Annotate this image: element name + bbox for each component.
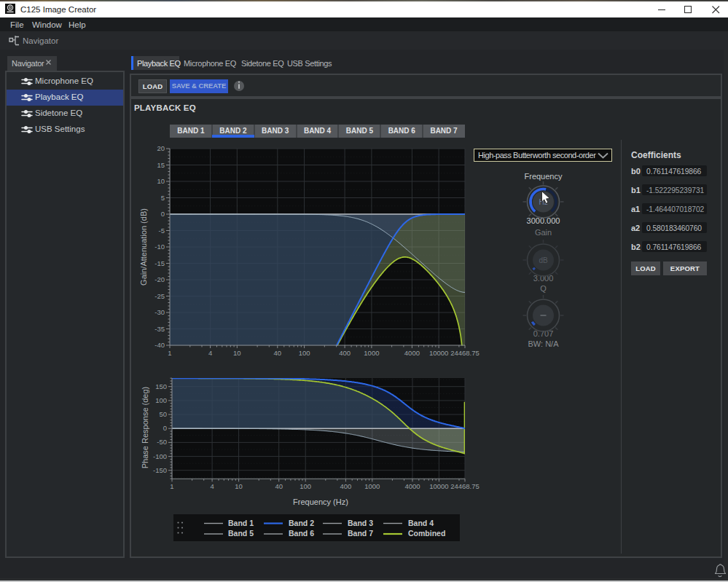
svg-text:-100: -100 <box>153 452 167 460</box>
svg-text:0: 0 <box>163 424 167 432</box>
svg-text:24468.75: 24468.75 <box>450 482 480 490</box>
svg-text:0: 0 <box>161 210 165 218</box>
svg-text:4000: 4000 <box>404 349 420 357</box>
svg-text:24468.75: 24468.75 <box>450 349 480 357</box>
svg-text:10: 10 <box>233 349 241 357</box>
svg-text:4: 4 <box>208 349 212 357</box>
svg-text:400: 400 <box>339 349 351 357</box>
svg-text:10: 10 <box>235 482 243 490</box>
svg-text:100: 100 <box>299 349 310 357</box>
svg-text:-50: -50 <box>157 438 167 446</box>
svg-text:1: 1 <box>170 482 173 490</box>
svg-text:10: 10 <box>157 177 165 185</box>
svg-text:-30: -30 <box>154 308 165 316</box>
svg-text:10000: 10000 <box>429 349 448 357</box>
svg-text:-35: -35 <box>154 325 165 333</box>
svg-text:20: 20 <box>157 144 165 152</box>
svg-text:-40: -40 <box>154 341 165 349</box>
svg-text:400: 400 <box>340 482 351 490</box>
svg-text:100: 100 <box>300 482 311 490</box>
svg-text:50: 50 <box>159 410 167 418</box>
svg-text:15: 15 <box>157 161 165 169</box>
svg-text:1000: 1000 <box>364 349 379 357</box>
svg-text:1000: 1000 <box>364 482 380 490</box>
svg-text:40: 40 <box>274 349 282 357</box>
svg-text:Gain/Attenuation (dB): Gain/Attenuation (dB) <box>139 208 148 286</box>
svg-text:dB: dB <box>539 256 549 264</box>
svg-text:4000: 4000 <box>404 482 420 490</box>
svg-text:100: 100 <box>155 396 167 404</box>
svg-text:-20: -20 <box>154 275 165 283</box>
svg-text:4: 4 <box>210 482 214 490</box>
svg-text:Phase Response (deg): Phase Response (deg) <box>141 387 149 469</box>
svg-text:5: 5 <box>161 194 165 202</box>
svg-text:-25: -25 <box>154 292 165 300</box>
svg-text:10000: 10000 <box>429 482 448 490</box>
svg-text:40: 40 <box>275 482 283 490</box>
svg-text:-5: -5 <box>159 227 165 235</box>
svg-text:1: 1 <box>168 349 171 357</box>
svg-text:-15: -15 <box>154 259 165 267</box>
svg-text:-10: -10 <box>154 243 165 251</box>
svg-text:-150: -150 <box>153 466 167 474</box>
svg-text:150: 150 <box>155 382 167 390</box>
